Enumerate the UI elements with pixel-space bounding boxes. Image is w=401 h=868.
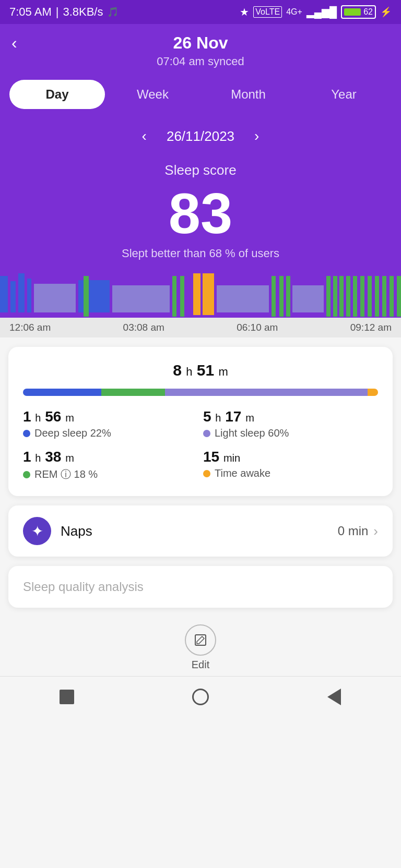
sleep-duration-title: 8 h 51 m [23, 361, 378, 379]
tab-day[interactable]: Day [9, 80, 105, 109]
naps-card[interactable]: ✦ Naps 0 min › [8, 505, 393, 557]
network-speed: 3.8KB/s [63, 5, 103, 19]
sleep-score-value: 83 [0, 182, 401, 245]
signal-icon: ▂▄▆█ [306, 6, 337, 18]
status-right: ★ VoLTE 4G+ ▂▄▆█ 62 ⚡ [240, 5, 392, 19]
nav-square-button[interactable] [56, 686, 78, 708]
progress-light [165, 389, 368, 396]
svg-rect-13 [217, 285, 269, 312]
time: 7:05 AM [9, 5, 52, 19]
svg-rect-3 [18, 273, 25, 312]
svg-rect-11 [193, 273, 200, 315]
header-date: 26 Nov [0, 33, 401, 53]
sleep-score-subtitle: Slept better than 68 % of users [0, 247, 401, 260]
status-bar: 7:05 AM | 3.8KB/s 🎵 ★ VoLTE 4G+ ▂▄▆█ 62 … [0, 0, 401, 24]
svg-rect-1 [0, 276, 8, 312]
rem-sleep-time: 1 h 38 m [23, 449, 198, 465]
quality-card: Sleep quality analysis [8, 566, 393, 608]
svg-rect-27 [390, 276, 394, 317]
light-dot [203, 430, 210, 437]
svg-rect-14 [272, 276, 276, 317]
square-icon [60, 690, 74, 704]
naps-value: 0 min [338, 524, 369, 538]
tab-bar: Day Week Month Year [0, 68, 401, 118]
triangle-icon [327, 689, 341, 705]
current-date: 26/11/2023 [167, 128, 234, 144]
light-sleep-label: Light sleep 60% [203, 427, 378, 439]
naps-label: Naps [61, 523, 92, 539]
network-icon: 4G+ [286, 7, 302, 17]
back-button[interactable]: ‹ [11, 33, 17, 53]
deep-sleep-time: 1 h 56 m [23, 408, 198, 425]
rem-dot [23, 471, 30, 478]
volte-icon: VoLTE [253, 6, 282, 18]
chart-timeline: 12:06 am 03:08 am 06:10 am 09:12 am [0, 318, 401, 337]
naps-right: 0 min › [338, 523, 378, 539]
quality-label: Sleep quality analysis [23, 580, 144, 594]
svg-rect-4 [27, 279, 31, 312]
svg-rect-5 [34, 284, 76, 312]
tab-week[interactable]: Week [105, 80, 200, 109]
svg-rect-12 [203, 273, 214, 315]
date-prev-button[interactable]: ‹ [138, 128, 151, 144]
svg-rect-26 [382, 276, 386, 317]
nav-home-button[interactable] [190, 686, 211, 708]
svg-rect-15 [279, 276, 284, 317]
svg-rect-28 [397, 276, 401, 317]
svg-rect-16 [286, 276, 290, 317]
duration-minutes: 51 [197, 361, 214, 379]
deep-dot [23, 430, 30, 437]
tab-month[interactable]: Month [200, 80, 296, 109]
svg-rect-22 [353, 276, 357, 317]
header-synced: 07:04 am synced [0, 55, 401, 68]
circle-icon [192, 689, 209, 705]
duration-m-unit: m [219, 365, 228, 378]
naps-left: ✦ Naps [23, 517, 92, 545]
nav-bar [0, 676, 401, 720]
svg-rect-20 [339, 276, 344, 317]
svg-rect-7 [112, 285, 170, 312]
svg-rect-19 [333, 276, 337, 317]
svg-rect-2 [10, 281, 16, 312]
stat-light-sleep: 5 h 17 m Light sleep 60% [203, 408, 378, 439]
edit-bar: Edit [0, 617, 401, 676]
separator: | [56, 5, 59, 19]
battery-percent: 62 [363, 7, 373, 17]
duration-hours: 8 [173, 361, 182, 379]
svg-rect-9 [172, 276, 176, 317]
awake-dot [203, 470, 210, 477]
date-next-button[interactable]: › [250, 128, 263, 144]
sleep-duration-card: 8 h 51 m 1 h 56 m Deep sleep 22% 5 h 17 … [8, 347, 393, 496]
stat-rem-sleep: 1 h 38 m REM ⓘ 18 % [23, 449, 198, 481]
sleep-chart [0, 271, 401, 318]
svg-rect-8 [84, 276, 89, 317]
rem-sleep-label: REM ⓘ 18 % [23, 467, 198, 481]
time-1: 12:06 am [9, 322, 51, 333]
header: ‹ 26 Nov 07:04 am synced Day Week Month … [0, 24, 401, 318]
svg-rect-6 [78, 280, 110, 312]
svg-rect-25 [375, 276, 379, 317]
stat-deep-sleep: 1 h 56 m Deep sleep 22% [23, 408, 198, 439]
tab-year[interactable]: Year [296, 80, 392, 109]
light-sleep-time: 5 h 17 m [203, 408, 378, 425]
svg-rect-10 [180, 276, 184, 317]
progress-deep [23, 389, 101, 396]
duration-h-unit: h [186, 365, 192, 378]
date-nav: ‹ 26/11/2023 › [0, 118, 401, 157]
edit-label: Edit [192, 659, 209, 671]
sleep-stats-grid: 1 h 56 m Deep sleep 22% 5 h 17 m Light s… [23, 408, 378, 481]
battery-fill [344, 8, 361, 16]
progress-awake [368, 389, 378, 396]
edit-button[interactable] [185, 624, 216, 656]
sleep-progress-bar [23, 389, 378, 396]
naps-star-icon: ✦ [31, 523, 43, 540]
svg-rect-23 [360, 276, 364, 317]
awake-time: 15 min [203, 449, 378, 465]
deep-sleep-label: Deep sleep 22% [23, 427, 198, 439]
bluetooth-icon: ★ [240, 6, 249, 18]
battery-icon: 62 [341, 5, 376, 19]
nav-back-button[interactable] [323, 686, 345, 708]
time-3: 06:10 am [237, 322, 278, 333]
time-4: 09:12 am [350, 322, 392, 333]
awake-label: Time awake [203, 467, 378, 479]
